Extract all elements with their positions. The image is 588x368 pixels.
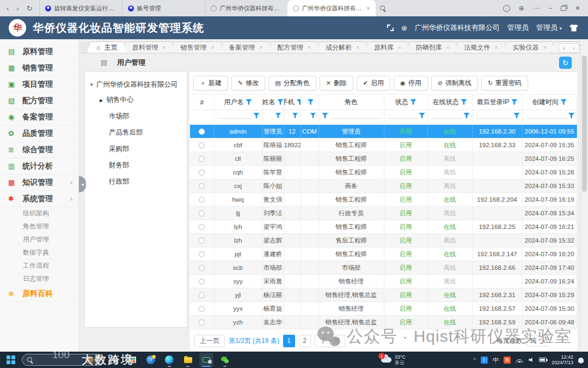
tab-close-icon[interactable]: ×	[211, 45, 215, 51]
col-email[interactable]	[301, 95, 318, 110]
tab-close-icon[interactable]: ×	[356, 45, 359, 51]
filter-icon[interactable]	[464, 113, 470, 119]
sidebar-subitem[interactable]: 工作流程	[0, 260, 78, 273]
toolbar-button[interactable]: ✎ 修改	[231, 76, 265, 91]
table-row[interactable]: lyh 梁宇鸿 销售工程师 启用 在线 192.168.2.25 2024-07…	[190, 220, 577, 234]
taskbar-search[interactable]	[22, 354, 105, 366]
filter-cell[interactable]	[522, 110, 577, 125]
tab-close-icon[interactable]: ×	[259, 45, 262, 51]
tab-close-icon[interactable]: ×	[398, 45, 401, 51]
sidebar-item-encyclopedia[interactable]: ⊕ 原料百科	[0, 286, 78, 302]
col-online[interactable]: 在线状态	[427, 95, 472, 110]
toolbar-button[interactable]: ◉ 停用	[394, 76, 428, 91]
task-view-icon[interactable]	[107, 353, 121, 367]
sidebar-item[interactable]: ✱ 系统管理 ∧	[0, 191, 78, 207]
table-row[interactable]: cxj 陈小姐 商务 启用 离线 2024-07-09 15:33	[190, 179, 577, 193]
next-page-button[interactable]: 下一页	[315, 335, 345, 347]
radio-button[interactable]	[199, 156, 205, 162]
filter-cell[interactable]	[472, 110, 522, 125]
per-page-select[interactable]: 15 ▾	[527, 335, 548, 347]
edge-browser-icon[interactable]	[162, 353, 176, 367]
sidebar-subitem[interactable]: 组织架构	[0, 207, 78, 220]
scrollbar-thumb[interactable]	[582, 56, 587, 192]
back-icon[interactable]: ‹	[7, 4, 9, 13]
reload-icon[interactable]: ↻	[27, 4, 33, 13]
tab-close-icon[interactable]: ×	[366, 5, 370, 11]
filter-cell[interactable]	[384, 110, 427, 125]
sidebar-item[interactable]: ▤ 原料管理	[0, 44, 78, 60]
filter-icon[interactable]	[308, 99, 314, 105]
sidebar-subitem[interactable]: 角色管理	[0, 220, 78, 233]
sogou-input-icon[interactable]: S	[504, 357, 511, 364]
tab-close-icon[interactable]: ×	[308, 45, 311, 51]
filter-icon[interactable]	[278, 99, 284, 105]
radio-button[interactable]	[199, 142, 205, 148]
scroll-left-icon[interactable]: ‹	[563, 45, 565, 51]
tab-close-icon[interactable]: ×	[495, 45, 498, 51]
search-icon[interactable]	[380, 5, 386, 11]
col-created[interactable]: 创建时间	[522, 95, 577, 110]
toolbar-button[interactable]: ✔ 启用	[357, 76, 390, 91]
filter-input[interactable]	[388, 112, 418, 119]
table-row[interactable]: yyx 杨育旋 销售经理 启用 在线 192.168.2.57 2024-07-…	[190, 302, 577, 316]
row-select-cell[interactable]	[190, 179, 214, 193]
radio-button[interactable]	[199, 170, 205, 176]
toolbar-button[interactable]: ＋ 新建	[193, 76, 228, 91]
col-username[interactable]: 用户名	[214, 95, 262, 110]
tree-leaf-node[interactable]: 产品售后部	[85, 124, 187, 141]
table-row[interactable]: ljj 刘季洁 行政专员 启用 离线 2024-07-09 15:34	[190, 207, 577, 220]
sidebar-subitem[interactable]: 数据字典	[0, 246, 78, 260]
module-tab[interactable]: 原料库 ×	[364, 41, 411, 53]
filter-input[interactable]	[330, 112, 382, 119]
browser-tab[interactable]: 账号管理	[122, 0, 205, 16]
module-tab[interactable]: 成分解析 ×	[316, 41, 369, 53]
network-globe-icon[interactable]: ⊕	[519, 4, 524, 12]
tab-close-icon[interactable]: ×	[446, 45, 450, 51]
sidebar-item[interactable]: ▩ 知识管理 ∨	[0, 174, 78, 191]
sidebar-item[interactable]: ▣ 项目管理	[0, 76, 78, 93]
filter-icon[interactable]	[568, 113, 574, 119]
filter-cell[interactable]	[427, 110, 472, 125]
row-select-cell[interactable]	[190, 248, 214, 261]
fullscreen-icon[interactable]	[387, 25, 394, 31]
module-tab[interactable]: 配方管理 ×	[267, 41, 321, 53]
tree-node-sales-center[interactable]: ▸ 销售中心	[85, 92, 187, 108]
col-name[interactable]: 姓名	[262, 95, 284, 110]
filter-icon[interactable]	[561, 99, 567, 105]
toolbar-button[interactable]: ✕ 删除	[320, 76, 353, 91]
row-select-cell[interactable]	[190, 316, 214, 329]
table-row[interactable]: admin 管理员 12 COM 管理员 启用 在线 192.168.2.30 …	[190, 125, 577, 138]
filter-input[interactable]	[431, 112, 462, 119]
col-last-ip[interactable]: 最后登录IP	[472, 95, 522, 110]
download-icon[interactable]: ↓	[503, 5, 510, 12]
radio-button[interactable]	[199, 279, 205, 285]
filter-cell[interactable]	[284, 110, 301, 125]
forward-icon[interactable]: ›	[16, 4, 19, 13]
filter-icon[interactable]	[310, 113, 316, 119]
filter-input[interactable]	[218, 112, 252, 119]
row-select-cell[interactable]	[190, 193, 214, 207]
module-tab[interactable]: 法规文件 ×	[455, 41, 508, 53]
theme-shirt-icon[interactable]	[569, 25, 578, 32]
weather-widget[interactable]: 1 33°C 多云	[381, 354, 406, 365]
tree-leaf-node[interactable]: 行政部	[85, 173, 187, 190]
radio-button[interactable]	[199, 265, 205, 271]
table-row[interactable]: cbf 陈炳福 1892274 销售工程师 启用 在线 192.168.2.33…	[190, 138, 577, 152]
filter-icon[interactable]	[419, 113, 425, 119]
caret-down-icon[interactable]: ▾	[90, 82, 93, 87]
row-select-cell[interactable]	[190, 152, 214, 166]
tree-root-node[interactable]: ▾ 广州华侨仪器科技有限公司	[85, 77, 187, 92]
sidebar-item[interactable]: ▦ 销售管理	[0, 60, 78, 76]
module-tab[interactable]: 原料管理 ×	[122, 41, 176, 53]
browser-tab[interactable]: 广州华侨仪器科技有限公司 ×	[287, 0, 376, 16]
tree-leaf-node[interactable]: 市场部	[85, 108, 187, 124]
bluetooth-icon[interactable]: ᛒ	[481, 357, 488, 364]
radio-button[interactable]	[199, 292, 205, 298]
filter-icon[interactable]	[511, 99, 517, 105]
file-explorer-icon[interactable]	[181, 353, 195, 367]
filter-icon[interactable]	[246, 99, 252, 105]
row-select-cell[interactable]	[190, 275, 214, 288]
radio-button[interactable]	[199, 238, 205, 244]
tray-expand-icon[interactable]: ^	[474, 357, 476, 363]
start-button[interactable]	[7, 355, 15, 364]
